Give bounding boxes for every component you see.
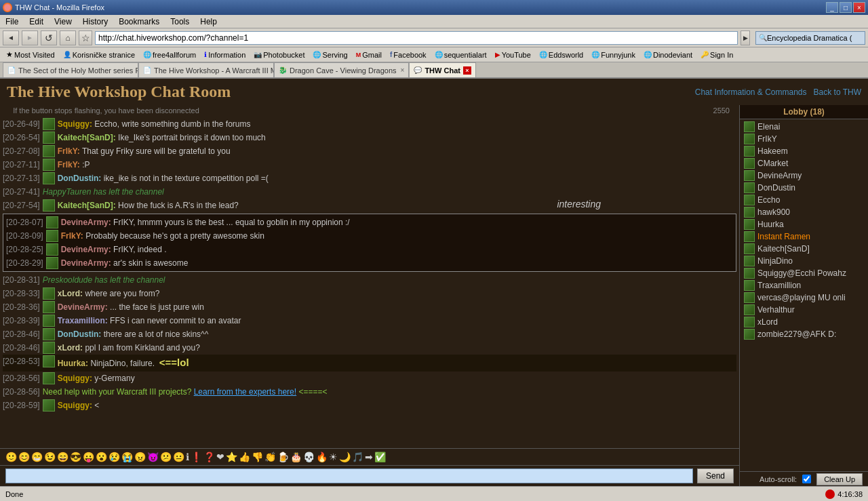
- advert-link[interactable]: Learn from the experts here!: [194, 387, 296, 397]
- emoji-confused[interactable]: 😕: [160, 452, 172, 462]
- bookmark-free4all[interactable]: 🌐 free4allforum: [140, 50, 199, 60]
- bookmark-gmail[interactable]: M Gmail: [353, 50, 385, 60]
- list-item[interactable]: DonDustin: [741, 182, 867, 194]
- reload-button[interactable]: ↺: [41, 31, 57, 45]
- list-item[interactable]: Instant Ramen: [741, 231, 867, 243]
- bookmark-star[interactable]: ☆: [79, 31, 92, 45]
- avatar: [43, 342, 55, 354]
- facebook-icon: f: [390, 51, 392, 58]
- list-item[interactable]: Huurka: [741, 218, 867, 231]
- tab-hive[interactable]: 📄 The Hive Workshop - A Warcraft III Mo.…: [138, 62, 274, 77]
- menu-view[interactable]: View: [52, 17, 75, 26]
- tab-sect[interactable]: 📄 The Sect of the Holy Mother series Pa …: [3, 62, 138, 77]
- emoji-skull[interactable]: 💀: [303, 452, 315, 462]
- nick-xlord-2: xLord:: [58, 343, 83, 353]
- table-row: [20-28-36] DevineArmy: ... the face is j…: [3, 300, 736, 314]
- emoji-sad[interactable]: 😢: [108, 452, 120, 462]
- emoji-heart[interactable]: ❤: [216, 452, 224, 462]
- minimize-button[interactable]: _: [826, 2, 838, 13]
- emoji-moon[interactable]: 🌙: [339, 452, 351, 462]
- emoji-devil[interactable]: 😈: [147, 452, 159, 462]
- go-button[interactable]: ▶: [741, 31, 750, 45]
- list-item[interactable]: Verhalthur: [741, 304, 867, 316]
- menu-edit[interactable]: Edit: [26, 17, 46, 26]
- list-item[interactable]: xLord: [741, 316, 867, 328]
- emoji-cool[interactable]: 😎: [70, 452, 81, 462]
- bookmark-information[interactable]: ℹ Information: [201, 50, 249, 60]
- close-button[interactable]: ×: [853, 2, 865, 13]
- menu-tools[interactable]: Tools: [167, 17, 192, 26]
- emoji-cry[interactable]: 😭: [121, 452, 133, 462]
- tab-close-dragon[interactable]: ×: [401, 66, 405, 74]
- emoji-angry[interactable]: 😠: [134, 452, 146, 462]
- emoji-laugh[interactable]: 😄: [57, 452, 68, 462]
- emoji-info[interactable]: ℹ: [186, 452, 189, 462]
- emoji-fire[interactable]: 🔥: [316, 452, 328, 462]
- emoji-arrow[interactable]: ➡: [365, 452, 373, 462]
- bookmark-dino[interactable]: 🌐 Dinodeviant: [640, 50, 696, 60]
- list-item[interactable]: FrIkY: [741, 133, 867, 145]
- emoji-cake[interactable]: 🎂: [290, 452, 302, 462]
- emoji-clap[interactable]: 👏: [264, 452, 276, 462]
- list-item[interactable]: vercas@playing MU onli: [741, 292, 867, 304]
- list-item[interactable]: Kaitech[SanD]: [741, 243, 867, 255]
- tab-close-chat[interactable]: ×: [463, 66, 471, 75]
- emoji-thumbdown[interactable]: 👎: [252, 452, 263, 462]
- search-input[interactable]: [767, 34, 862, 42]
- emoji-star[interactable]: ⭐: [226, 452, 237, 462]
- emoji-wink[interactable]: 😉: [44, 452, 56, 462]
- emoji-grin[interactable]: 😁: [31, 452, 43, 462]
- menu-bookmarks[interactable]: Bookmarks: [116, 17, 162, 26]
- home-button[interactable]: ⌂: [60, 31, 76, 45]
- nick-friky: FrIkY:: [58, 146, 80, 156]
- back-to-thw-link[interactable]: Back to THW: [814, 87, 861, 97]
- menu-help[interactable]: Help: [197, 17, 220, 26]
- list-item[interactable]: Traxamillion: [741, 279, 867, 292]
- send-button[interactable]: Send: [697, 468, 734, 483]
- list-item[interactable]: Elenai: [741, 121, 867, 133]
- tab-thw-chat[interactable]: 💬 THW Chat ×: [409, 62, 476, 77]
- list-item[interactable]: Squiggy@Ecchi Powahz: [741, 267, 867, 279]
- menu-file[interactable]: File: [3, 17, 21, 26]
- emoji-tongue[interactable]: 😛: [83, 452, 94, 462]
- emoji-beer[interactable]: 🍺: [277, 452, 289, 462]
- chat-info-link[interactable]: Chat Information & Commands: [695, 87, 807, 97]
- list-item[interactable]: hawk900: [741, 206, 867, 218]
- list-item[interactable]: DevineArmy: [741, 169, 867, 182]
- emoji-question[interactable]: ❓: [203, 452, 215, 462]
- tab-dragon[interactable]: 🐉 Dragon Cave - Viewing Dragons ×: [274, 62, 409, 77]
- emoji-exclaim[interactable]: ❗: [191, 452, 202, 462]
- list-item[interactable]: Eccho: [741, 194, 867, 206]
- maximize-button[interactable]: □: [840, 2, 852, 13]
- list-item[interactable]: zombie2279@AFK D:: [741, 328, 867, 340]
- list-item[interactable]: NinjaDino: [741, 255, 867, 267]
- bookmark-facebook[interactable]: f Facebook: [387, 50, 430, 60]
- bookmark-funnyjunk[interactable]: 🌐 Funnyjunk: [588, 50, 639, 60]
- forward-button[interactable]: ►: [22, 31, 38, 45]
- cleanup-button[interactable]: Clean Up: [816, 473, 863, 485]
- menu-history[interactable]: History: [80, 17, 111, 26]
- chat-input[interactable]: [5, 468, 693, 483]
- autoscroll-checkbox[interactable]: [802, 475, 811, 483]
- emoji-thumbup[interactable]: 👍: [239, 452, 250, 462]
- list-item[interactable]: Hakeem: [741, 145, 867, 157]
- bookmark-serving[interactable]: 🌐 Serving: [309, 50, 351, 60]
- nick-friky-3: FrIkY:: [61, 231, 83, 241]
- emoji-smile2[interactable]: 😊: [18, 452, 30, 462]
- bookmark-photobucket[interactable]: 📷 Photobucket: [250, 50, 308, 60]
- emoji-check[interactable]: ✅: [374, 452, 386, 462]
- back-button[interactable]: ◄: [3, 31, 19, 45]
- emoji-surprised[interactable]: 😮: [96, 452, 107, 462]
- list-item[interactable]: CMarket: [741, 157, 867, 169]
- emoji-sun[interactable]: ☀: [329, 452, 338, 462]
- bookmark-sequential[interactable]: 🌐 sequentialart: [431, 50, 490, 60]
- emoji-music[interactable]: 🎵: [352, 452, 363, 462]
- bookmark-korisnicke[interactable]: 👤 Korisničke stranice: [60, 50, 138, 60]
- bookmark-youtube[interactable]: ▶ YouTube: [492, 50, 534, 60]
- emoji-smile[interactable]: 🙂: [5, 452, 17, 462]
- bookmark-eddsworld[interactable]: 🌐 Eddsworld: [536, 50, 587, 60]
- emoji-neutral[interactable]: 😐: [173, 452, 184, 462]
- bookmark-most-visited[interactable]: ★ Most Visited: [3, 49, 58, 60]
- bookmark-signin[interactable]: 🔑 Sign In: [697, 50, 736, 60]
- url-input[interactable]: [95, 31, 738, 45]
